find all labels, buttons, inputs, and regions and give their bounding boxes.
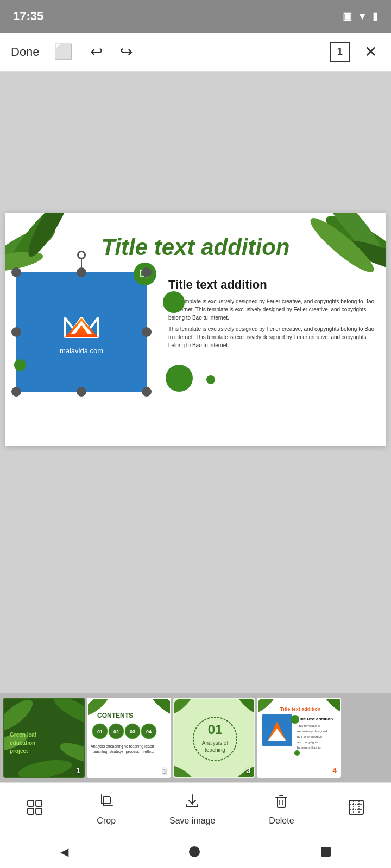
svg-text:process: process — [126, 750, 140, 754]
delete-button[interactable]: Delete — [269, 793, 294, 826]
right-text-1: This template is exclusively designed by… — [168, 297, 375, 322]
save-image-icon — [184, 793, 200, 813]
cast-icon: ▣ — [343, 10, 352, 22]
svg-text:Analysis of: Analysis of — [202, 740, 229, 746]
thumbnail-3[interactable]: 01 Analysis of teaching 3 — [173, 698, 255, 778]
recent-button[interactable] — [321, 847, 331, 857]
status-icons: ▣ ▼ ▮ — [343, 10, 378, 22]
svg-text:Analysis of: Analysis of — [91, 744, 109, 749]
svg-text:refle...: refle... — [143, 750, 154, 754]
svg-text:belong to Bao tu: belong to Bao tu — [297, 746, 321, 749]
slide-background: Title text addition — [5, 213, 386, 446]
svg-text:Title text addition: Title text addition — [297, 717, 333, 722]
bottom-toolbar: Crop Save image Delete — [0, 782, 391, 835]
svg-point-65 — [294, 750, 300, 756]
svg-text:02: 02 — [113, 729, 119, 735]
filter-icon — [348, 799, 364, 819]
svg-rect-66 — [28, 800, 34, 806]
svg-text:project: project — [10, 748, 28, 754]
status-bar: 17:35 ▣ ▼ ▮ — [0, 0, 391, 33]
preview-icon[interactable] — [134, 263, 156, 285]
save-image-label: Save image — [169, 816, 216, 826]
logo-text: malavida.com — [60, 347, 103, 355]
editor-toolbar: Done ⬜ ↩ ↪ 1 ✕ — [0, 33, 391, 72]
svg-rect-75 — [349, 800, 363, 814]
thumb-num-3: 3 — [246, 766, 250, 775]
m-logo — [60, 310, 103, 342]
svg-text:teaching: teaching — [205, 747, 225, 753]
svg-text:The teaching: The teaching — [122, 744, 144, 749]
svg-text:and copyrights: and copyrights — [297, 741, 318, 744]
home-button[interactable] — [189, 846, 200, 857]
svg-rect-72 — [278, 797, 285, 807]
undo-button[interactable]: ↩ — [87, 40, 106, 64]
crop-icon — [98, 793, 115, 813]
time-display: 17:35 — [13, 9, 43, 23]
svg-rect-68 — [28, 808, 34, 814]
layout-button[interactable] — [27, 799, 43, 819]
slide-title: Title text addition — [5, 234, 386, 260]
svg-rect-41 — [174, 699, 255, 778]
close-button[interactable]: ✕ — [361, 40, 380, 64]
svg-text:Teach: Teach — [144, 744, 154, 748]
svg-point-64 — [291, 715, 299, 724]
svg-text:malavida.com: malavida.com — [267, 748, 287, 751]
thumb-num-1: 1 — [76, 766, 80, 775]
svg-text:03: 03 — [130, 729, 135, 735]
canvas-area[interactable]: Title text addition — [0, 72, 391, 695]
svg-text:This template is: This template is — [297, 724, 320, 727]
thumbnail-2[interactable]: CONTENTS 01 02 03 04 Analysis of teachin… — [87, 698, 171, 778]
crop-button[interactable]: Crop — [97, 793, 116, 826]
layers-indicator[interactable]: 1 — [330, 42, 350, 62]
svg-text:01: 01 — [208, 722, 223, 737]
svg-text:01: 01 — [97, 729, 103, 735]
thumbnail-strip: Green leaf education project 1 CONTENTS … — [0, 693, 391, 782]
crop-label: Crop — [97, 816, 116, 826]
done-button[interactable]: Done — [11, 45, 40, 59]
svg-text:Title text addition: Title text addition — [280, 706, 320, 712]
svg-text:exclusively designed: exclusively designed — [297, 730, 327, 733]
svg-text:teaching: teaching — [93, 750, 108, 754]
save-button[interactable]: ⬜ — [51, 40, 76, 64]
right-text-2: This template is exclusively designed by… — [168, 325, 375, 349]
thumb-num-4: 4 — [332, 766, 337, 775]
slide-container: Title text addition — [5, 213, 386, 446]
thumbnail-4[interactable]: Title text addition malavida.com Title t… — [257, 698, 341, 778]
android-nav-bar: ◀ — [0, 835, 391, 868]
svg-text:Green leaf: Green leaf — [10, 732, 37, 738]
back-button[interactable]: ◀ — [60, 845, 68, 858]
svg-text:CONTENTS: CONTENTS — [97, 712, 133, 719]
svg-rect-67 — [36, 800, 42, 806]
wifi-icon: ▼ — [357, 11, 367, 22]
svg-rect-69 — [36, 808, 42, 814]
svg-text:04: 04 — [146, 729, 152, 735]
green-circle-4 — [206, 375, 215, 384]
layout-icon — [27, 799, 43, 819]
svg-text:by Fei er creative: by Fei er creative — [297, 735, 323, 738]
save-image-button[interactable]: Save image — [169, 793, 216, 826]
delete-label: Delete — [269, 816, 294, 826]
redo-button[interactable]: ↪ — [117, 40, 136, 64]
svg-text:strategy: strategy — [110, 750, 123, 754]
filter-button[interactable] — [348, 799, 364, 819]
thumb-num-2: 2 — [162, 766, 167, 775]
battery-icon: ▮ — [373, 10, 378, 22]
logo-box[interactable]: malavida.com — [16, 272, 147, 392]
thumbnail-1[interactable]: Green leaf education project 1 — [3, 698, 85, 778]
green-circle-1 — [14, 359, 26, 371]
green-circle-2 — [163, 291, 185, 313]
green-circle-3 — [166, 365, 193, 392]
svg-text:education: education — [10, 740, 35, 746]
delete-icon — [273, 793, 289, 813]
